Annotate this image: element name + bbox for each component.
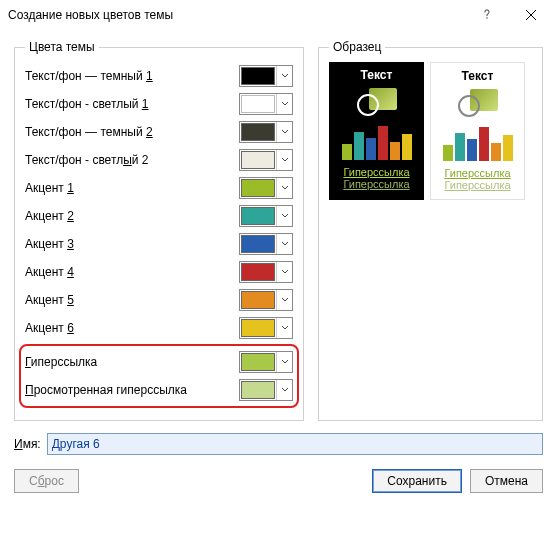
color-picker-accent6[interactable]: [239, 317, 293, 339]
color-label: Акцент 5: [25, 293, 239, 307]
theme-colors-legend: Цвета темы: [25, 40, 99, 54]
preview-hyperlink: Гиперссылка: [435, 167, 520, 179]
color-picker-text-dark2[interactable]: [239, 121, 293, 143]
chevron-down-icon: [276, 94, 292, 114]
preview-shape-icon: [357, 88, 397, 116]
color-picker-accent5[interactable]: [239, 289, 293, 311]
chevron-down-icon: [276, 206, 292, 226]
name-label: Имя:: [14, 437, 41, 451]
chevron-down-icon: [276, 290, 292, 310]
color-row-accent5: Акцент 5: [25, 286, 293, 314]
preview-visited-hyperlink: Гиперссылка: [333, 178, 420, 190]
color-label: Акцент 2: [25, 209, 239, 223]
preview-light: Текст Гиперссылка Гиперссылка: [430, 62, 525, 200]
chevron-down-icon: [276, 66, 292, 86]
chevron-down-icon: [276, 150, 292, 170]
color-row-accent2: Акцент 2: [25, 202, 293, 230]
highlighted-region: Гиперссылка Просмотренная гиперссылка: [19, 344, 299, 408]
color-picker-text-light1[interactable]: [239, 93, 293, 115]
footer: Сброс Сохранить Отмена: [14, 469, 543, 493]
color-label: Акцент 3: [25, 237, 239, 251]
dialog-title: Создание новых цветов темы: [8, 8, 465, 22]
chevron-down-icon: [276, 380, 292, 400]
color-row-visited-hyperlink: Просмотренная гиперссылка: [25, 376, 293, 404]
color-row-text-dark2: Текст/фон — темный 2: [25, 118, 293, 146]
preview-title: Текст: [435, 69, 520, 83]
preview-hyperlink: Гиперссылка: [333, 166, 420, 178]
color-row-text-dark1: Текст/фон — темный 1: [25, 62, 293, 90]
color-label: Гиперссылка: [25, 355, 239, 369]
color-row-accent4: Акцент 4: [25, 258, 293, 286]
color-row-text-light2: Текст/фон - светлый 2: [25, 146, 293, 174]
name-row: Имя:: [14, 433, 543, 455]
sample-legend: Образец: [329, 40, 385, 54]
color-label: Текст/фон - светлый 1: [25, 97, 239, 111]
color-label: Просмотренная гиперссылка: [25, 383, 239, 397]
color-picker-accent4[interactable]: [239, 261, 293, 283]
chevron-down-icon: [276, 178, 292, 198]
color-row-accent3: Акцент 3: [25, 230, 293, 258]
preview-title: Текст: [333, 68, 420, 82]
color-picker-text-light2[interactable]: [239, 149, 293, 171]
color-row-accent6: Акцент 6: [25, 314, 293, 342]
color-row-hyperlink: Гиперссылка: [25, 348, 293, 376]
name-input[interactable]: [47, 433, 543, 455]
chevron-down-icon: [276, 318, 292, 338]
help-button[interactable]: [465, 1, 509, 29]
chevron-down-icon: [276, 234, 292, 254]
preview-container: Текст Гиперссылка Гиперссылка Текст Гипе…: [329, 62, 532, 200]
cancel-button[interactable]: Отмена: [470, 469, 543, 493]
reset-button[interactable]: Сброс: [14, 469, 79, 493]
color-label: Текст/фон — темный 2: [25, 125, 239, 139]
preview-dark: Текст Гиперссылка Гиперссылка: [329, 62, 424, 200]
color-label: Текст/фон - светлый 2: [25, 153, 239, 167]
color-picker-accent2[interactable]: [239, 205, 293, 227]
preview-chart-icon: [333, 122, 420, 160]
color-picker-accent3[interactable]: [239, 233, 293, 255]
color-label: Текст/фон — темный 1: [25, 69, 239, 83]
color-row-text-light1: Текст/фон - светлый 1: [25, 90, 293, 118]
chevron-down-icon: [276, 122, 292, 142]
color-label: Акцент 4: [25, 265, 239, 279]
titlebar: Создание новых цветов темы: [0, 0, 557, 30]
preview-shape-icon: [458, 89, 498, 117]
sample-group: Образец Текст Гиперссылка Гиперссылка Те…: [318, 40, 543, 421]
chevron-down-icon: [276, 352, 292, 372]
preview-chart-icon: [435, 123, 520, 161]
color-label: Акцент 1: [25, 181, 239, 195]
color-picker-visited-hyperlink[interactable]: [239, 379, 293, 401]
color-label: Акцент 6: [25, 321, 239, 335]
color-picker-hyperlink[interactable]: [239, 351, 293, 373]
preview-visited-hyperlink: Гиперссылка: [435, 179, 520, 191]
theme-colors-group: Цвета темы Текст/фон — темный 1 Текст/фо…: [14, 40, 304, 421]
color-picker-accent1[interactable]: [239, 177, 293, 199]
save-button[interactable]: Сохранить: [372, 469, 462, 493]
chevron-down-icon: [276, 262, 292, 282]
color-row-accent1: Акцент 1: [25, 174, 293, 202]
dialog-body: Цвета темы Текст/фон — темный 1 Текст/фо…: [0, 30, 557, 507]
close-button[interactable]: [509, 1, 553, 29]
color-picker-text-dark1[interactable]: [239, 65, 293, 87]
